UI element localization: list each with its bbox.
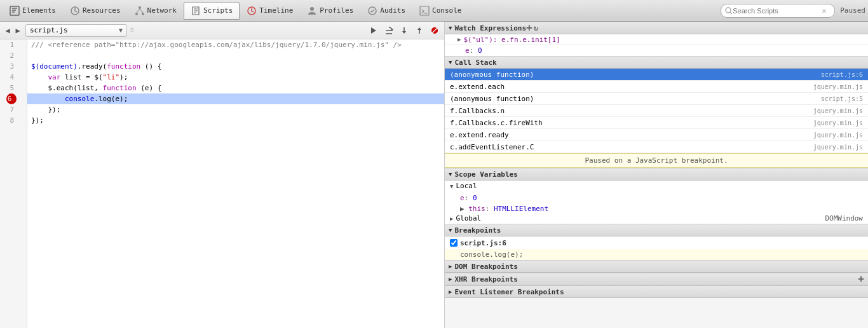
event-listener-breakpoints-header[interactable]: ▶ Event Listener Breakpoints xyxy=(445,285,868,298)
svg-point-6 xyxy=(135,13,138,15)
file-selector[interactable]: script.js ▼ xyxy=(25,24,127,37)
gutter-line-8: 8 xyxy=(0,115,27,126)
svg-line-8 xyxy=(137,9,140,13)
back-button[interactable]: ◀ xyxy=(3,25,13,36)
network-icon xyxy=(135,6,145,16)
forward-button[interactable]: ▶ xyxy=(13,25,23,36)
source-panel: ◀ ▶ script.js ▼ ⠿ xyxy=(0,22,445,328)
tab-resources[interactable]: Resources xyxy=(63,2,128,20)
main-layout: ◀ ▶ script.js ▼ ⠿ xyxy=(0,22,868,328)
call-stack-item-7[interactable]: c.addEventListener.C jquery.min.js xyxy=(445,141,868,153)
tab-elements[interactable]: Elements xyxy=(3,2,63,20)
watch-item-1: ▶ $("ul"): e.fn.e.init[1] xyxy=(445,34,868,45)
svg-rect-0 xyxy=(10,6,19,15)
dom-breakpoints-header[interactable]: ▶ DOM Breakpoints xyxy=(445,260,868,273)
deactivate-breakpoints-button[interactable] xyxy=(428,24,442,38)
call-stack-triangle: ▼ xyxy=(449,59,452,65)
gutter-line-5: 5 xyxy=(0,83,27,93)
scope-local-e: e: 0 xyxy=(445,191,868,202)
tab-audits-label: Audits xyxy=(380,6,405,15)
call-stack-item-3[interactable]: (anonymous function) script.js:5 xyxy=(445,93,868,105)
add-watch-button[interactable]: + xyxy=(526,23,532,33)
call-stack-item-4[interactable]: f.Callbacks.n jquery.min.js xyxy=(445,105,868,117)
tab-network[interactable]: Network xyxy=(128,2,184,20)
xhr-breakpoints-header[interactable]: ▶ XHR Breakpoints + xyxy=(445,273,868,285)
tab-timeline[interactable]: Timeline xyxy=(240,2,300,20)
tab-audits[interactable]: Audits xyxy=(360,2,412,20)
cursor-icon xyxy=(10,6,20,16)
event-listener-triangle: ▶ xyxy=(449,289,452,295)
event-listener-title: Event Listener Breakpoints xyxy=(454,288,564,296)
svg-point-7 xyxy=(142,13,144,15)
gutter-line-3: 3 xyxy=(0,61,27,72)
step-out-button[interactable] xyxy=(412,24,426,38)
tab-console-label: Console xyxy=(432,6,461,15)
timeline-icon xyxy=(247,6,257,16)
breakpoints-header[interactable]: ▼ Breakpoints xyxy=(445,224,868,236)
call-stack-item-5[interactable]: f.Callbacks.c.fireWith jquery.min.js xyxy=(445,117,868,129)
scope-variables-title: Scope Variables xyxy=(454,170,517,179)
drag-handle: ⠿ xyxy=(130,27,134,34)
scope-local-header[interactable]: ▼ Local xyxy=(445,181,868,191)
code-line-2 xyxy=(27,50,444,61)
call-stack-item-1[interactable]: (anonymous function) script.js:6 xyxy=(445,69,868,81)
svg-rect-17 xyxy=(420,6,429,15)
call-stack-item-6[interactable]: e.extend.ready jquery.min.js xyxy=(445,129,868,141)
xhr-breakpoints-title: XHR Breakpoints xyxy=(454,275,517,284)
call-stack-list: (anonymous function) script.js:6 e.exten… xyxy=(445,69,868,153)
code-line-3: $(document).ready(function () { xyxy=(27,61,444,72)
watch-sub-prop: e xyxy=(465,46,470,55)
step-into-button[interactable] xyxy=(397,24,411,38)
call-stack-header[interactable]: ▼ Call Stack xyxy=(445,56,868,69)
breakpoint-file-1: script.js:6 xyxy=(460,239,506,247)
call-stack-item-2[interactable]: e.extend.each jquery.min.js xyxy=(445,81,868,93)
audits-icon xyxy=(367,6,377,16)
scripts-icon xyxy=(191,6,201,16)
console-icon xyxy=(419,6,430,16)
svg-marker-26 xyxy=(402,31,406,34)
code-line-6: console.log(e); xyxy=(27,93,444,104)
tab-network-label: Network xyxy=(147,6,177,15)
scope-variables-header[interactable]: ▼ Scope Variables xyxy=(445,168,868,181)
scope-global-header[interactable]: ▶ Global DOMWindow xyxy=(445,213,868,224)
svg-marker-28 xyxy=(417,27,421,30)
gutter: 1 2 3 4 5 xyxy=(0,39,27,328)
scope-triangle: ▼ xyxy=(449,171,452,177)
step-over-button[interactable] xyxy=(382,24,396,38)
refresh-watch-button[interactable]: ↻ xyxy=(534,24,538,32)
watch-expressions-header[interactable]: ▼ Watch Expressions + ↻ xyxy=(445,22,868,34)
svg-point-5 xyxy=(139,6,141,9)
search-input[interactable] xyxy=(733,7,822,15)
add-xhr-breakpoint-button[interactable]: + xyxy=(858,274,864,284)
scope-global-label: Global xyxy=(456,214,481,222)
breakpoint-checkbox-1[interactable] xyxy=(450,239,458,247)
svg-point-19 xyxy=(726,8,731,13)
watch-expressions-title: Watch Expressions xyxy=(454,24,526,32)
call-stack-title: Call Stack xyxy=(454,58,496,67)
xhr-breakpoints-triangle: ▶ xyxy=(449,276,452,282)
paused-status: Paused xyxy=(840,6,865,15)
code-line-8: }); xyxy=(27,115,444,126)
tab-console[interactable]: Console xyxy=(412,2,468,20)
debug-controls xyxy=(367,24,442,38)
watch-expr-1: $("ul"): e.fn.e.init[1] xyxy=(463,36,560,44)
breakpoint-code-1: console.log(e); xyxy=(445,249,868,260)
tab-scripts[interactable]: Scripts xyxy=(184,2,240,20)
code-area: 1 2 3 4 5 xyxy=(0,39,444,328)
breakpoints-list: script.js:6 console.log(e); xyxy=(445,236,868,260)
tab-profiles[interactable]: Profiles xyxy=(300,2,360,20)
tab-timeline-label: Timeline xyxy=(259,6,293,15)
scope-variables-content: ▼ Local e: 0 ▶ this: HTMLLIElement ▶ Glo… xyxy=(445,181,868,224)
breakpoints-triangle: ▼ xyxy=(449,227,452,233)
scope-local-label: Local xyxy=(456,182,477,190)
dom-breakpoints-triangle: ▶ xyxy=(449,263,452,270)
code-line-1: /// <reference path="http://ajax.googlea… xyxy=(27,39,444,50)
dom-breakpoints-title: DOM Breakpoints xyxy=(454,263,517,271)
breakpoints-title: Breakpoints xyxy=(454,226,501,235)
code-line-4: var list = $("li"); xyxy=(27,72,444,83)
search-box[interactable]: ✕ xyxy=(721,4,835,18)
tab-scripts-label: Scripts xyxy=(203,6,233,15)
code-line-5: $.each(list, function (e) { xyxy=(27,83,444,93)
search-clear-icon[interactable]: ✕ xyxy=(822,6,826,15)
resume-button[interactable] xyxy=(367,24,381,38)
